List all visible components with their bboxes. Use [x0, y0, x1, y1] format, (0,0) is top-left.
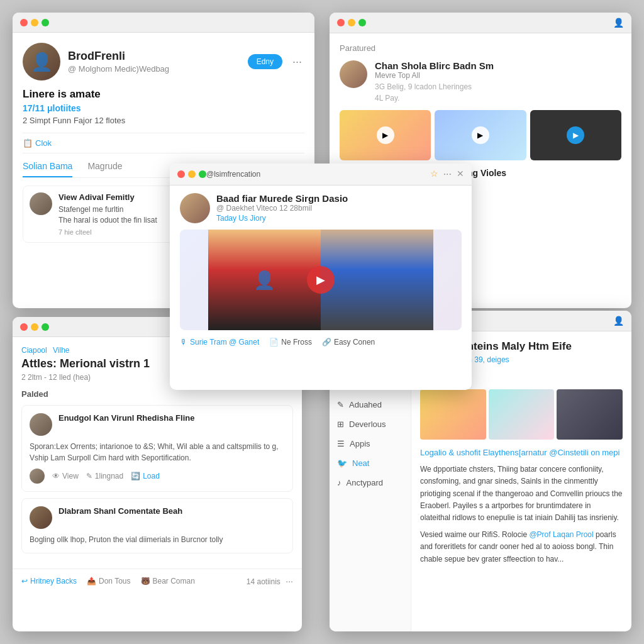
- twitter-icon-n: 🐦: [337, 458, 347, 468]
- mic-action[interactable]: 🎙 Surie Tram @ Ganet: [180, 338, 259, 347]
- menu-item-anctypard[interactable]: ♪ Anctypard: [330, 473, 411, 492]
- video-grid: ▶ ▶ ▶: [340, 110, 621, 160]
- maximize-button-4[interactable]: [42, 323, 49, 331]
- text2-link[interactable]: @Prof Laqan Prool: [529, 530, 593, 539]
- ciapool-sub: Vilhe: [53, 346, 69, 355]
- comment-avatar-1: [30, 413, 52, 436]
- avatar: 👤: [23, 43, 60, 80]
- profile-handle: @ Molghom Medic)Wedbag: [68, 64, 240, 74]
- share-label: Easy Conen: [334, 338, 375, 347]
- paratured-label: Paratured: [340, 43, 621, 53]
- comment-mini-avatar: [30, 469, 45, 484]
- maximize-button-2[interactable]: [358, 19, 366, 26]
- share-action-4[interactable]: 📤 Don Tous: [87, 577, 130, 586]
- action-bar: 📋 Clok: [23, 133, 304, 153]
- close-button-3[interactable]: [177, 170, 185, 178]
- comment-name-1: Enudgol Kan Virunl Rhedisha Fline: [58, 413, 194, 423]
- back-icon: ↩: [21, 577, 28, 586]
- minimize-button-3[interactable]: [188, 170, 196, 178]
- view-action[interactable]: 👁 View: [52, 472, 79, 480]
- lsim-name: Baad fiar Murede Sirgn Dasio: [216, 193, 348, 204]
- lsim-video[interactable]: 👤 ▶: [180, 230, 462, 330]
- close-button-2[interactable]: [337, 19, 345, 26]
- titlebar-lsim: @lsimfrencation ☆ ··· ✕: [170, 164, 472, 186]
- comment-info-2: Dlabram Shanl Comentate Beah: [58, 506, 182, 516]
- featured-sub: Mevre Top All: [375, 71, 621, 80]
- bear-action[interactable]: 🐻 Bear Coman: [141, 577, 195, 586]
- doc-action[interactable]: 📄 Ne Fross: [269, 338, 312, 347]
- comment-avatar-2: [30, 506, 52, 529]
- minimize-button-4[interactable]: [31, 323, 38, 331]
- play-button-3[interactable]: ▶: [567, 126, 584, 144]
- minimize-button-2[interactable]: [348, 19, 355, 26]
- lsim-titlebar-actions: ☆ ··· ✕: [430, 169, 464, 180]
- menu-label-deverlous: Deverlous: [349, 419, 386, 429]
- window-lsimfrencation: @lsimfrencation ☆ ··· ✕ Baad fiar Murede…: [170, 164, 472, 390]
- menu-label-neat: Neat: [352, 458, 369, 468]
- share-label-4: Don Tous: [99, 577, 130, 586]
- load-label: Load: [143, 472, 160, 480]
- lsim-handle: @ Daekhet Viteco 12 28bmil: [216, 204, 348, 213]
- comment-card-1: Enudgol Kan Virunl Rhedisha Fline Sporan…: [21, 405, 293, 492]
- titlebar-paratured: 👤: [330, 13, 631, 33]
- featured-pay: 4L Pay.: [375, 94, 621, 103]
- article-text2: Vesied waime our RifiS. Rolocie @Prof La…: [420, 529, 623, 565]
- signed-action[interactable]: ✎ 1lingnad: [86, 472, 123, 480]
- tab-solian[interactable]: Solian Bama: [23, 161, 72, 177]
- more-button[interactable]: ···: [290, 55, 304, 69]
- maximize-button[interactable]: [42, 19, 49, 26]
- video-thumb-1[interactable]: ▶: [340, 110, 431, 160]
- featured-card: Chan Shola Blirc Badn Sm Mevre Top All 3…: [340, 60, 621, 103]
- profile-name: BrodFrenli: [68, 50, 240, 63]
- video-thumb-2[interactable]: ▶: [435, 110, 526, 160]
- feed-item-avatar: [30, 192, 52, 215]
- menu-label-anctypard: Anctypard: [347, 478, 384, 487]
- menu-item-aduahed[interactable]: ✎ Aduahed: [330, 395, 411, 414]
- note-icon-an: ♪: [337, 478, 341, 487]
- play-button-2[interactable]: ▶: [472, 126, 489, 144]
- menu-item-appis[interactable]: ☰ Appis: [330, 434, 411, 453]
- load-action[interactable]: 🔄 Load: [131, 472, 160, 480]
- edit-button[interactable]: Edny: [248, 54, 282, 69]
- share-action[interactable]: 🔗 Easy Conen: [322, 338, 375, 347]
- comment-header-2: Dlabram Shanl Comentate Beah: [30, 506, 285, 529]
- article-link[interactable]: Logalio & ushofit Elaythens[arnatur @Cin…: [420, 447, 623, 458]
- star-icon[interactable]: ☆: [430, 169, 438, 180]
- share-icon: 🔗: [322, 338, 331, 347]
- play-button-1[interactable]: ▶: [377, 126, 394, 144]
- featured-info: Chan Shola Blirc Badn Sm Mevre Top All 3…: [375, 60, 621, 103]
- back-label: Hritney Backs: [30, 577, 77, 586]
- comment-header-1: Enudgol Kan Virunl Rhedisha Fline: [30, 413, 285, 436]
- load-icon: 🔄: [131, 472, 140, 480]
- count-area: 14 aotiinis ···: [247, 575, 293, 587]
- count-label: 14 aotiinis: [247, 577, 280, 586]
- tab-magrude[interactable]: Magrude: [87, 161, 122, 177]
- clok-action[interactable]: 📋 Clok: [23, 138, 52, 148]
- play-overlay[interactable]: ▶: [307, 266, 335, 294]
- menu-item-deverlous[interactable]: ⊞ Deverlous: [330, 414, 411, 434]
- share-icon-4: 📤: [87, 577, 96, 586]
- featured-name: Chan Shola Blirc Badn Sm: [375, 60, 621, 71]
- menu-item-neat[interactable]: 🐦 Neat: [330, 453, 411, 473]
- doc-label: Ne Fross: [281, 338, 312, 347]
- avatar-image: 👤: [23, 43, 60, 80]
- clok-icon: 📋: [23, 138, 33, 148]
- traffic-lights-2: [337, 19, 366, 26]
- more-icon[interactable]: ···: [443, 169, 452, 180]
- count-more-icon[interactable]: ···: [286, 576, 293, 586]
- back-action[interactable]: ↩ Hritney Backs: [21, 577, 77, 586]
- maximize-button-3[interactable]: [199, 170, 206, 178]
- close-button-4[interactable]: [20, 323, 28, 331]
- stats-link[interactable]: 17/11 μlotiites: [23, 103, 304, 113]
- signed-label: 1lingnad: [95, 472, 123, 480]
- minimize-button[interactable]: [31, 19, 38, 26]
- comment-name-2: Dlabram Shanl Comentate Beah: [58, 506, 182, 516]
- grid-icon-d: ⊞: [337, 419, 344, 429]
- video-thumb-3[interactable]: ▶: [530, 110, 621, 160]
- pencil-icon-ad: ✎: [337, 400, 344, 409]
- close-button[interactable]: [20, 19, 28, 26]
- lsim-title: @lsimfrencation: [206, 170, 260, 179]
- close-icon[interactable]: ✕: [457, 169, 464, 180]
- traffic-lights: [20, 19, 49, 26]
- mic-icon: 🎙: [180, 338, 187, 347]
